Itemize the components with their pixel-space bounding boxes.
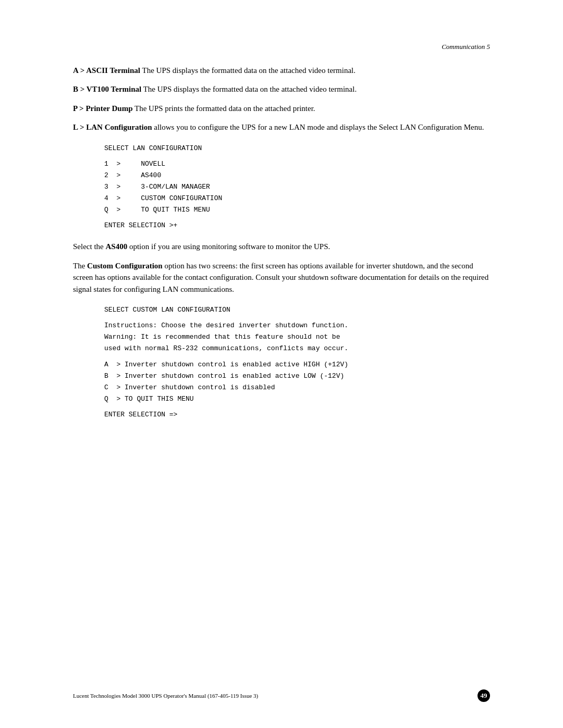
custom-config-paragraph: The Custom Configuration option has two … bbox=[73, 260, 490, 295]
printer-dump-body: The UPS prints the formatted data on the… bbox=[133, 104, 315, 113]
custom-lan-instruction: Warning: It is recommended that this fea… bbox=[104, 331, 490, 343]
custom-lan-item: Q > TO QUIT THIS MENU bbox=[104, 393, 490, 405]
custom-lan-menu-block: SELECT CUSTOM LAN CONFIGURATIONInstructi… bbox=[104, 304, 490, 421]
vt100-terminal-paragraph: B > VT100 Terminal The UPS displays the … bbox=[73, 83, 490, 95]
header-text: Communication 5 bbox=[442, 43, 490, 51]
as400-text: Select the bbox=[73, 242, 105, 251]
lan-menu-item: 3 > 3-COM/LAN MANAGER bbox=[104, 181, 490, 193]
vt100-terminal-body: The UPS displays the formatted data on t… bbox=[141, 85, 357, 93]
custom-lan-item: C > Inverter shutdown control is disable… bbox=[104, 382, 490, 393]
lan-menu-title: SELECT LAN CONFIGURATION bbox=[104, 143, 490, 154]
lan-config-paragraph: L > LAN Configuration allows you to conf… bbox=[73, 121, 490, 133]
page-number: 49 bbox=[478, 689, 490, 702]
as400-rest: option if you are using monitoring softw… bbox=[127, 242, 330, 251]
custom-config-intro: The bbox=[73, 262, 87, 270]
custom-config-bold: Custom Configuration bbox=[87, 262, 163, 270]
as400-bold: AS400 bbox=[105, 242, 127, 251]
ascii-terminal-body: The UPS displays the formatted data on t… bbox=[140, 66, 356, 75]
as400-paragraph: Select the AS400 option if you are using… bbox=[73, 241, 490, 253]
lan-menu-block: SELECT LAN CONFIGURATION1 > NOVELL2 > AS… bbox=[104, 143, 490, 232]
lan-config-body: allows you to configure the UPS for a ne… bbox=[152, 123, 484, 131]
footer-left: Lucent Technologies Model 3000 UPS Opera… bbox=[73, 692, 258, 700]
lan-menu-item: Q > TO QUIT THIS MENU bbox=[104, 204, 490, 216]
page-footer: Lucent Technologies Model 3000 UPS Opera… bbox=[0, 689, 563, 702]
printer-dump-label: P > Printer Dump bbox=[73, 104, 133, 113]
custom-lan-enter: ENTER SELECTION => bbox=[104, 409, 490, 421]
printer-dump-paragraph: P > Printer Dump The UPS prints the form… bbox=[73, 103, 490, 115]
custom-lan-instruction: used with normal RS-232 communications, … bbox=[104, 343, 490, 354]
ascii-terminal-paragraph: A > ASCII Terminal The UPS displays the … bbox=[73, 65, 490, 77]
ascii-terminal-label: A > ASCII Terminal bbox=[73, 66, 140, 75]
vt100-terminal-label: B > VT100 Terminal bbox=[73, 85, 141, 93]
custom-lan-menu-title: SELECT CUSTOM LAN CONFIGURATION bbox=[104, 304, 490, 316]
page-header: Communication 5 bbox=[73, 42, 490, 52]
custom-lan-item: A > Inverter shutdown control is enabled… bbox=[104, 359, 490, 371]
custom-lan-item: B > Inverter shutdown control is enabled… bbox=[104, 371, 490, 382]
lan-menu-item: 4 > CUSTOM CONFIGURATION bbox=[104, 193, 490, 204]
lan-menu-item: 2 > AS400 bbox=[104, 170, 490, 181]
custom-lan-instruction: Instructions: Choose the desired inverte… bbox=[104, 320, 490, 331]
page: Communication 5 A > ASCII Terminal The U… bbox=[0, 0, 563, 728]
lan-menu-item: 1 > NOVELL bbox=[104, 158, 490, 170]
lan-menu-enter: ENTER SELECTION >+ bbox=[104, 220, 490, 231]
lan-config-label: L > LAN Configuration bbox=[73, 123, 152, 131]
